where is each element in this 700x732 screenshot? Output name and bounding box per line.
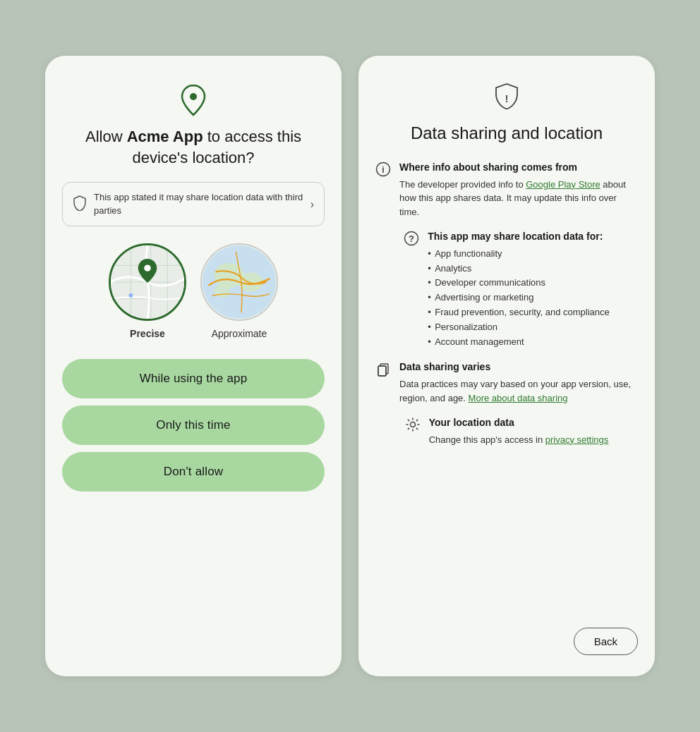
info-data-sharing-varies-body: Data practices may vary based on your ap…: [399, 377, 638, 405]
data-sharing-title: Data sharing and location: [411, 122, 603, 144]
list-item: Personalization: [428, 320, 610, 335]
app-name: Acme App: [127, 128, 203, 145]
data-share-banner[interactable]: This app stated it may share location da…: [62, 182, 325, 226]
info-data-sharing-varies-heading: Data sharing varies: [399, 360, 638, 374]
list-item: Advertising or marketing: [428, 291, 610, 305]
precise-option[interactable]: Precise: [109, 243, 186, 339]
location-pin-icon: [179, 84, 207, 116]
question-circle-icon: ?: [404, 231, 419, 246]
google-play-link[interactable]: Google Play Store: [526, 179, 601, 190]
info-share-purposes-content: This app may share location data for: Ap…: [428, 230, 610, 349]
permission-title: Allow Acme App to access this device's l…: [62, 126, 325, 168]
list-item: App functionality: [428, 247, 610, 262]
info-source-body: The developer provided info to Google Pl…: [399, 178, 638, 219]
info-circle-icon: i: [375, 161, 391, 177]
info-source-content: Where info about sharing comes from The …: [399, 161, 638, 219]
info-location-data-body: Change this app's access in privacy sett…: [429, 433, 609, 447]
info-source-heading: Where info about sharing comes from: [399, 161, 638, 175]
svg-point-13: [214, 284, 230, 298]
svg-point-22: [410, 422, 415, 427]
share-purposes-list: App functionality Analytics Developer co…: [428, 247, 610, 350]
precise-label: Precise: [130, 328, 165, 339]
back-row: Back: [375, 621, 638, 655]
info-share-purposes-heading: This app may share location data for:: [428, 230, 610, 244]
list-item: Analytics: [428, 262, 610, 276]
approximate-label: Approximate: [212, 328, 267, 339]
list-item: Developer communications: [428, 276, 610, 291]
info-section-data-sharing-varies: Data sharing varies Data practices may v…: [375, 360, 638, 405]
shield-small-icon: [73, 195, 87, 214]
info-section-source: i Where info about sharing comes from Th…: [375, 161, 638, 219]
info-data-sharing-varies-content: Data sharing varies Data practices may v…: [399, 360, 638, 405]
svg-point-8: [129, 293, 133, 298]
svg-text:?: ?: [409, 233, 414, 244]
only-this-time-button[interactable]: Only this time: [62, 405, 325, 445]
precision-row: Precise Approximate: [109, 243, 278, 339]
approximate-map-circle: [200, 243, 278, 321]
info-location-data-content: Your location data Change this app's acc…: [429, 416, 609, 446]
info-section-share-purposes: ? This app may share location data for: …: [404, 230, 610, 349]
svg-point-0: [190, 93, 197, 100]
chevron-right-icon: ›: [310, 198, 314, 211]
copy-icon: [375, 361, 391, 377]
svg-rect-20: [378, 366, 386, 376]
info-location-data-heading: Your location data: [429, 416, 609, 430]
data-share-text: This app stated it may share location da…: [94, 191, 303, 216]
left-phone-card: Allow Acme App to access this device's l…: [45, 56, 342, 676]
svg-point-9: [144, 264, 150, 271]
list-item: Account management: [428, 335, 610, 350]
svg-text:i: i: [382, 165, 384, 175]
back-button[interactable]: Back: [574, 628, 638, 655]
right-phone-card: ! Data sharing and location i Where info…: [358, 56, 655, 676]
list-item: Fraud prevention, security, and complian…: [428, 305, 610, 320]
precise-map-circle: [109, 243, 186, 321]
more-about-data-link[interactable]: More about data sharing: [469, 393, 568, 403]
gear-icon: [405, 417, 421, 432]
while-using-button[interactable]: While using the app: [62, 359, 325, 398]
privacy-settings-link[interactable]: privacy settings: [545, 434, 609, 445]
info-section-location-data: Your location data Change this app's acc…: [405, 416, 609, 446]
dont-allow-button[interactable]: Don't allow: [62, 452, 325, 492]
shield-alert-icon: !: [494, 83, 519, 114]
approximate-option[interactable]: Approximate: [200, 243, 278, 339]
svg-text:!: !: [505, 93, 509, 104]
